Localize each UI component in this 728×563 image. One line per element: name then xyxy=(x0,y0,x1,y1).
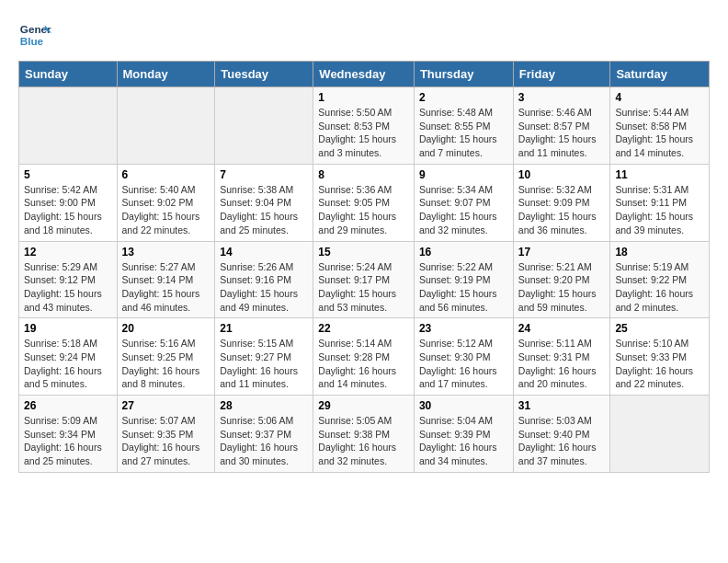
day-number: 26 xyxy=(24,399,112,412)
calendar-cell: 26Sunrise: 5:09 AM Sunset: 9:34 PM Dayli… xyxy=(19,396,118,473)
day-number: 25 xyxy=(615,322,704,335)
calendar-cell xyxy=(19,87,118,165)
day-info: Sunrise: 5:04 AM Sunset: 9:39 PM Dayligh… xyxy=(419,414,508,468)
calendar-cell: 17Sunrise: 5:21 AM Sunset: 9:20 PM Dayli… xyxy=(513,241,610,318)
day-info: Sunrise: 5:03 AM Sunset: 9:40 PM Dayligh… xyxy=(518,414,606,468)
day-number: 1 xyxy=(318,91,409,104)
calendar-cell: 4Sunrise: 5:44 AM Sunset: 8:58 PM Daylig… xyxy=(610,87,710,165)
calendar-cell: 10Sunrise: 5:32 AM Sunset: 9:09 PM Dayli… xyxy=(513,164,610,241)
calendar-cell: 19Sunrise: 5:18 AM Sunset: 9:24 PM Dayli… xyxy=(19,318,118,396)
calendar-cell: 11Sunrise: 5:31 AM Sunset: 9:11 PM Dayli… xyxy=(610,164,710,241)
day-info: Sunrise: 5:05 AM Sunset: 9:38 PM Dayligh… xyxy=(318,414,409,468)
day-number: 11 xyxy=(615,168,704,181)
day-number: 6 xyxy=(122,168,210,181)
calendar-cell: 22Sunrise: 5:14 AM Sunset: 9:28 PM Dayli… xyxy=(313,318,415,396)
day-info: Sunrise: 5:12 AM Sunset: 9:30 PM Dayligh… xyxy=(419,337,508,391)
day-info: Sunrise: 5:16 AM Sunset: 9:25 PM Dayligh… xyxy=(122,337,210,391)
day-number: 12 xyxy=(24,246,112,259)
calendar-cell: 21Sunrise: 5:15 AM Sunset: 9:27 PM Dayli… xyxy=(215,318,313,396)
weekday-header-thursday: Thursday xyxy=(414,62,513,87)
calendar-cell: 29Sunrise: 5:05 AM Sunset: 9:38 PM Dayli… xyxy=(313,396,415,473)
day-info: Sunrise: 5:09 AM Sunset: 9:34 PM Dayligh… xyxy=(24,414,112,468)
calendar-cell: 18Sunrise: 5:19 AM Sunset: 9:22 PM Dayli… xyxy=(610,241,710,318)
day-number: 13 xyxy=(122,246,210,259)
day-info: Sunrise: 5:50 AM Sunset: 8:53 PM Dayligh… xyxy=(318,106,409,160)
weekday-header-saturday: Saturday xyxy=(610,62,710,87)
day-number: 17 xyxy=(518,246,606,259)
weekday-header-row: SundayMondayTuesdayWednesdayThursdayFrid… xyxy=(19,62,710,87)
calendar-cell: 30Sunrise: 5:04 AM Sunset: 9:39 PM Dayli… xyxy=(414,396,513,473)
day-number: 30 xyxy=(419,399,508,412)
calendar-cell: 14Sunrise: 5:26 AM Sunset: 9:16 PM Dayli… xyxy=(215,241,313,318)
weekday-header-tuesday: Tuesday xyxy=(215,62,313,87)
calendar-cell: 15Sunrise: 5:24 AM Sunset: 9:17 PM Dayli… xyxy=(313,241,415,318)
weekday-header-monday: Monday xyxy=(117,62,215,87)
day-number: 29 xyxy=(318,399,409,412)
weekday-header-wednesday: Wednesday xyxy=(313,62,415,87)
day-number: 8 xyxy=(318,168,409,181)
day-number: 28 xyxy=(220,399,308,412)
calendar-cell xyxy=(610,396,710,473)
day-info: Sunrise: 5:06 AM Sunset: 9:37 PM Dayligh… xyxy=(220,414,308,468)
day-info: Sunrise: 5:31 AM Sunset: 9:11 PM Dayligh… xyxy=(615,183,704,237)
day-info: Sunrise: 5:21 AM Sunset: 9:20 PM Dayligh… xyxy=(518,260,606,315)
day-info: Sunrise: 5:18 AM Sunset: 9:24 PM Dayligh… xyxy=(24,337,112,391)
day-info: Sunrise: 5:46 AM Sunset: 8:57 PM Dayligh… xyxy=(518,106,606,160)
calendar-cell: 24Sunrise: 5:11 AM Sunset: 9:31 PM Dayli… xyxy=(513,318,610,396)
day-number: 31 xyxy=(518,399,606,412)
calendar-cell: 3Sunrise: 5:46 AM Sunset: 8:57 PM Daylig… xyxy=(513,87,610,165)
calendar-cell: 25Sunrise: 5:10 AM Sunset: 9:33 PM Dayli… xyxy=(610,318,710,396)
day-number: 20 xyxy=(122,322,210,335)
day-number: 7 xyxy=(220,168,308,181)
calendar-cell: 7Sunrise: 5:38 AM Sunset: 9:04 PM Daylig… xyxy=(215,164,313,241)
calendar-cell: 1Sunrise: 5:50 AM Sunset: 8:53 PM Daylig… xyxy=(313,87,415,165)
day-number: 4 xyxy=(615,91,704,104)
day-info: Sunrise: 5:40 AM Sunset: 9:02 PM Dayligh… xyxy=(122,183,210,237)
day-number: 16 xyxy=(419,246,508,259)
day-info: Sunrise: 5:44 AM Sunset: 8:58 PM Dayligh… xyxy=(615,106,704,160)
calendar-week-4: 19Sunrise: 5:18 AM Sunset: 9:24 PM Dayli… xyxy=(19,318,710,396)
day-info: Sunrise: 5:15 AM Sunset: 9:27 PM Dayligh… xyxy=(220,337,308,391)
calendar-table: SundayMondayTuesdayWednesdayThursdayFrid… xyxy=(18,61,710,473)
calendar-week-2: 5Sunrise: 5:42 AM Sunset: 9:00 PM Daylig… xyxy=(19,164,710,241)
day-info: Sunrise: 5:42 AM Sunset: 9:00 PM Dayligh… xyxy=(24,183,112,237)
calendar-cell: 13Sunrise: 5:27 AM Sunset: 9:14 PM Dayli… xyxy=(117,241,215,318)
calendar-cell xyxy=(117,87,215,165)
calendar-cell: 31Sunrise: 5:03 AM Sunset: 9:40 PM Dayli… xyxy=(513,396,610,473)
calendar-cell: 8Sunrise: 5:36 AM Sunset: 9:05 PM Daylig… xyxy=(313,164,415,241)
day-info: Sunrise: 5:29 AM Sunset: 9:12 PM Dayligh… xyxy=(24,260,112,315)
day-number: 21 xyxy=(220,322,308,335)
calendar-cell: 16Sunrise: 5:22 AM Sunset: 9:19 PM Dayli… xyxy=(414,241,513,318)
day-info: Sunrise: 5:22 AM Sunset: 9:19 PM Dayligh… xyxy=(419,260,508,315)
page-header: General Blue xyxy=(18,18,710,52)
calendar-cell: 5Sunrise: 5:42 AM Sunset: 9:00 PM Daylig… xyxy=(19,164,118,241)
day-info: Sunrise: 5:32 AM Sunset: 9:09 PM Dayligh… xyxy=(518,183,606,237)
day-info: Sunrise: 5:11 AM Sunset: 9:31 PM Dayligh… xyxy=(518,337,606,391)
day-info: Sunrise: 5:14 AM Sunset: 9:28 PM Dayligh… xyxy=(318,337,409,391)
logo-icon: General Blue xyxy=(18,18,51,52)
day-number: 9 xyxy=(419,168,508,181)
day-info: Sunrise: 5:24 AM Sunset: 9:17 PM Dayligh… xyxy=(318,260,409,315)
day-info: Sunrise: 5:27 AM Sunset: 9:14 PM Dayligh… xyxy=(122,260,210,315)
day-number: 10 xyxy=(518,168,606,181)
day-number: 22 xyxy=(318,322,409,335)
day-number: 18 xyxy=(615,246,704,259)
calendar-cell: 20Sunrise: 5:16 AM Sunset: 9:25 PM Dayli… xyxy=(117,318,215,396)
day-number: 15 xyxy=(318,246,409,259)
day-info: Sunrise: 5:36 AM Sunset: 9:05 PM Dayligh… xyxy=(318,183,409,237)
day-info: Sunrise: 5:10 AM Sunset: 9:33 PM Dayligh… xyxy=(615,337,704,391)
day-number: 27 xyxy=(122,399,210,412)
day-number: 3 xyxy=(518,91,606,104)
calendar-cell: 27Sunrise: 5:07 AM Sunset: 9:35 PM Dayli… xyxy=(117,396,215,473)
calendar-cell: 12Sunrise: 5:29 AM Sunset: 9:12 PM Dayli… xyxy=(19,241,118,318)
day-number: 24 xyxy=(518,322,606,335)
calendar-cell: 2Sunrise: 5:48 AM Sunset: 8:55 PM Daylig… xyxy=(414,87,513,165)
day-info: Sunrise: 5:38 AM Sunset: 9:04 PM Dayligh… xyxy=(220,183,308,237)
calendar-week-3: 12Sunrise: 5:29 AM Sunset: 9:12 PM Dayli… xyxy=(19,241,710,318)
day-number: 23 xyxy=(419,322,508,335)
logo: General Blue xyxy=(18,18,51,52)
day-number: 2 xyxy=(419,91,508,104)
calendar-cell: 23Sunrise: 5:12 AM Sunset: 9:30 PM Dayli… xyxy=(414,318,513,396)
calendar-week-5: 26Sunrise: 5:09 AM Sunset: 9:34 PM Dayli… xyxy=(19,396,710,473)
svg-text:Blue: Blue xyxy=(20,35,44,47)
